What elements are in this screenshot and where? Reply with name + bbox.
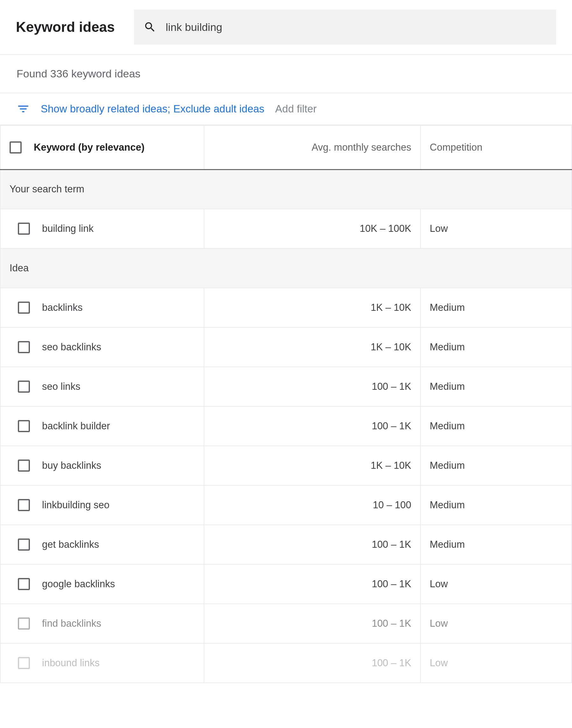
section-row: Your search term: [0, 170, 572, 209]
row-checkbox[interactable]: [18, 341, 30, 353]
row-checkbox[interactable]: [18, 420, 30, 432]
keyword-cell: backlink builder: [42, 420, 110, 432]
competition-cell: Medium: [421, 367, 572, 406]
table-row: inbound links100 – 1KLow: [0, 643, 572, 683]
table-row: find backlinks100 – 1KLow: [0, 604, 572, 643]
column-competition[interactable]: Competition: [421, 126, 572, 170]
header: Keyword ideas: [0, 0, 572, 54]
searches-cell: 10K – 100K: [204, 209, 421, 248]
table-row: buy backlinks1K – 10KMedium: [0, 446, 572, 485]
column-keyword[interactable]: Keyword (by relevance): [34, 142, 145, 153]
competition-cell: Low: [421, 643, 572, 683]
row-checkbox[interactable]: [18, 499, 30, 511]
searches-cell: 100 – 1K: [204, 643, 421, 683]
table-row: seo backlinks1K – 10KMedium: [0, 327, 572, 367]
searches-cell: 100 – 1K: [204, 367, 421, 406]
table-row: google backlinks100 – 1KLow: [0, 564, 572, 604]
keyword-cell: seo backlinks: [42, 341, 101, 353]
search-input[interactable]: [166, 21, 547, 34]
row-checkbox[interactable]: [18, 657, 30, 669]
select-all-checkbox[interactable]: [10, 141, 22, 153]
searches-cell: 100 – 1K: [204, 406, 421, 446]
row-checkbox[interactable]: [18, 222, 30, 235]
row-checkbox[interactable]: [18, 302, 30, 314]
page-title: Keyword ideas: [16, 19, 115, 35]
searches-cell: 1K – 10K: [204, 288, 421, 327]
keyword-cell: google backlinks: [42, 578, 115, 590]
searches-cell: 1K – 10K: [204, 446, 421, 485]
searches-cell: 100 – 1K: [204, 604, 421, 643]
competition-cell: Low: [421, 604, 572, 643]
row-checkbox[interactable]: [18, 538, 30, 551]
search-icon: [144, 21, 156, 34]
table-row: seo links100 – 1KMedium: [0, 367, 572, 406]
row-checkbox[interactable]: [18, 617, 30, 630]
competition-cell: Medium: [421, 288, 572, 327]
keyword-cell: inbound links: [42, 657, 99, 669]
keyword-cell: find backlinks: [42, 618, 101, 629]
search-box[interactable]: [134, 10, 556, 45]
keyword-cell: backlinks: [42, 302, 83, 313]
searches-cell: 10 – 100: [204, 485, 421, 525]
competition-cell: Medium: [421, 485, 572, 525]
table-row: backlink builder100 – 1KMedium: [0, 406, 572, 446]
searches-cell: 100 – 1K: [204, 525, 421, 564]
competition-cell: Medium: [421, 525, 572, 564]
filter-bar: Show broadly related ideas; Exclude adul…: [0, 93, 572, 125]
section-row: Idea: [0, 248, 572, 288]
column-searches[interactable]: Avg. monthly searches: [204, 126, 421, 170]
keyword-cell: buy backlinks: [42, 460, 101, 471]
filter-settings-link[interactable]: Show broadly related ideas; Exclude adul…: [41, 103, 265, 115]
keyword-cell: get backlinks: [42, 539, 99, 550]
row-checkbox[interactable]: [18, 381, 30, 393]
table-row: building link10K – 100KLow: [0, 209, 572, 248]
section-label: Your search term: [0, 170, 572, 209]
keyword-cell: seo links: [42, 381, 80, 392]
filter-icon: [16, 102, 30, 116]
table-header-row: Keyword (by relevance) Avg. monthly sear…: [0, 126, 572, 170]
competition-cell: Low: [421, 209, 572, 248]
table-row: backlinks1K – 10KMedium: [0, 288, 572, 327]
competition-cell: Medium: [421, 406, 572, 446]
keyword-cell: building link: [42, 223, 93, 235]
searches-cell: 100 – 1K: [204, 564, 421, 604]
add-filter-button[interactable]: Add filter: [275, 103, 317, 115]
competition-cell: Medium: [421, 446, 572, 485]
competition-cell: Medium: [421, 327, 572, 367]
keyword-cell: linkbuilding seo: [42, 499, 110, 511]
table-row: linkbuilding seo10 – 100Medium: [0, 485, 572, 525]
table-row: get backlinks100 – 1KMedium: [0, 525, 572, 564]
row-checkbox[interactable]: [18, 460, 30, 472]
row-checkbox[interactable]: [18, 578, 30, 590]
keyword-table: Keyword (by relevance) Avg. monthly sear…: [0, 125, 572, 683]
found-results-text: Found 336 keyword ideas: [0, 54, 572, 93]
section-label: Idea: [0, 248, 572, 288]
searches-cell: 1K – 10K: [204, 327, 421, 367]
competition-cell: Low: [421, 564, 572, 604]
